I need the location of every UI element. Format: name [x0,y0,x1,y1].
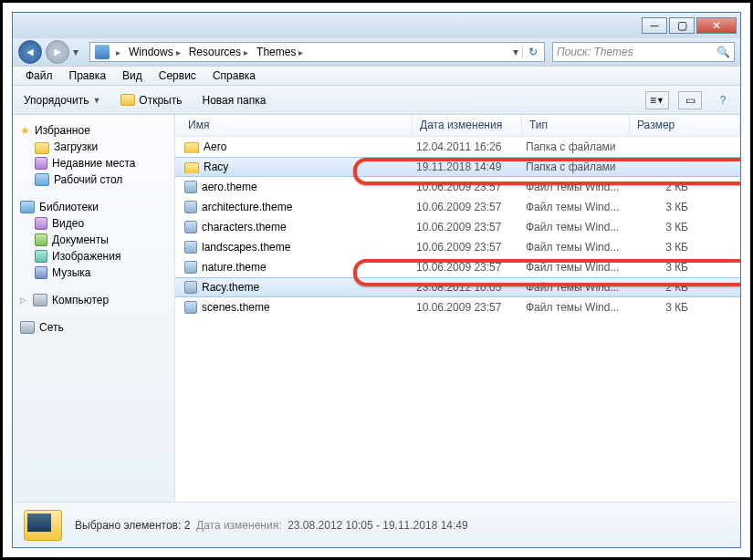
file-date: 12.04.2011 16:26 [416,140,526,153]
recent-icon [35,157,47,170]
folder-icon [184,162,199,174]
video-icon [35,217,47,230]
file-type: Файл темы Wind... [526,201,633,213]
menu-view[interactable]: Вид [115,67,150,84]
back-button[interactable]: ◄ [18,40,42,64]
open-button[interactable]: Открыть [115,91,187,109]
sidebar-libraries[interactable]: Библиотеки [16,199,171,215]
new-folder-button[interactable]: Новая папка [196,91,271,109]
file-row[interactable]: Aero12.04.2011 16:26Папка с файлами [175,137,740,157]
search-icon: 🔍 [716,46,730,58]
menu-help[interactable]: Справка [205,67,263,84]
minimize-button[interactable]: ─ [642,17,667,34]
crumb-themes[interactable]: Themes▸ [254,46,309,58]
file-row[interactable]: scenes.theme10.06.2009 23:57Файл темы Wi… [175,297,740,317]
sidebar-network[interactable]: Сеть [16,319,171,336]
file-date: 23.08.2012 10:05 [416,281,526,294]
file-date: 10.06.2009 23:57 [416,261,526,274]
menu-file[interactable]: Файл [18,67,60,84]
file-name: nature.theme [202,261,267,274]
file-type: Файл темы Wind... [526,181,633,193]
sidebar-downloads[interactable]: Загрузки [16,139,171,155]
crumb-root[interactable]: ▸ [92,45,126,59]
file-date: 10.06.2009 23:57 [416,241,526,254]
sidebar: ★Избранное Загрузки Недавние места Рабоч… [13,115,175,502]
file-date: 19.11.2018 14:49 [416,161,526,173]
libraries-icon [20,201,35,213]
address-dropdown[interactable]: ▾ [509,46,522,58]
organize-button[interactable]: Упорядочить▼ [18,91,106,109]
documents-icon [35,233,47,246]
status-date-label: Дата изменения: [196,519,282,532]
view-mode-button[interactable]: ≡ ▼ [645,91,669,109]
file-row[interactable]: Racy19.11.2018 14:49Папка с файлами [175,157,740,177]
file-name: aero.theme [202,181,257,193]
theme-file-icon [184,221,197,233]
history-dropdown[interactable]: ▾ [73,46,86,58]
file-size: 3 КБ [633,201,688,213]
col-type[interactable]: Тип [522,115,630,136]
file-size: 2 КБ [633,281,688,294]
sidebar-desktop[interactable]: Рабочий стол [16,171,171,188]
forward-button[interactable]: ► [46,40,69,64]
theme-file-icon [184,241,197,254]
maximize-button[interactable]: ▢ [669,17,695,34]
folder-icon [35,142,49,154]
sidebar-music[interactable]: Музыка [16,264,171,281]
sidebar-recent[interactable]: Недавние места [16,155,171,171]
selection-thumbnail [24,510,62,541]
preview-pane-button[interactable]: ▭ [678,91,702,109]
file-row[interactable]: aero.theme10.06.2009 23:57Файл темы Wind… [175,177,740,197]
computer-icon [33,294,47,306]
network-icon [20,321,35,334]
refresh-button[interactable]: ↻ [522,46,542,58]
file-row[interactable]: nature.theme10.06.2009 23:57Файл темы Wi… [175,257,740,277]
explorer-window: ─ ▢ ✕ ◄ ► ▾ ▸ Windows▸ Resources▸ Themes… [12,12,741,548]
toolbar: Упорядочить▼ Открыть Новая папка ≡ ▼ ▭ ? [13,86,740,115]
sidebar-pictures[interactable]: Изображения [16,248,171,264]
file-name: scenes.theme [202,301,270,314]
desktop-icon [35,173,49,186]
pictures-icon [35,250,47,263]
file-list[interactable]: Aero12.04.2011 16:26Папка с файламиRacy1… [175,137,740,502]
col-name[interactable]: Имя [175,115,413,136]
help-button[interactable]: ? [711,91,735,109]
file-name: architecture.theme [202,201,292,213]
file-row[interactable]: landscapes.theme10.06.2009 23:57Файл тем… [175,237,740,257]
star-icon: ★ [20,124,30,137]
nav-row: ◄ ► ▾ ▸ Windows▸ Resources▸ Themes▸ ▾ ↻ … [13,38,740,66]
theme-file-icon [184,301,197,314]
file-row[interactable]: characters.theme10.06.2009 23:57Файл тем… [175,217,740,237]
file-list-panel: Имя Дата изменения Тип Размер Aero12.04.… [175,115,740,502]
theme-file-icon [184,181,197,193]
status-date-value: 23.08.2012 10:05 - 19.11.2018 14:49 [288,519,468,532]
menu-edit[interactable]: Правка [62,67,114,84]
file-name: characters.theme [202,221,287,233]
file-date: 10.06.2009 23:57 [416,221,526,233]
menu-tools[interactable]: Сервис [152,67,204,84]
file-size: 3 КБ [633,241,688,254]
sidebar-videos[interactable]: Видео [16,215,171,232]
file-size: 3 КБ [633,261,688,274]
crumb-resources[interactable]: Resources▸ [186,46,254,58]
close-button[interactable]: ✕ [696,17,737,34]
titlebar: ─ ▢ ✕ [13,13,740,38]
col-date[interactable]: Дата изменения [413,115,522,136]
address-bar[interactable]: ▸ Windows▸ Resources▸ Themes▸ ▾ ↻ [89,42,545,62]
file-type: Папка с файлами [526,161,633,173]
folder-icon [184,142,199,154]
crumb-windows[interactable]: Windows▸ [126,46,186,58]
file-row[interactable]: architecture.theme10.06.2009 23:57Файл т… [175,197,740,217]
file-size: 3 КБ [633,221,688,233]
file-type: Файл темы Wind... [526,301,633,314]
file-row[interactable]: Racy.theme23.08.2012 10:05Файл темы Wind… [175,277,740,297]
file-size: 3 КБ [633,301,688,314]
sidebar-favorites[interactable]: ★Избранное [16,122,171,139]
search-input[interactable]: Поиск: Themes 🔍 [552,42,735,62]
sidebar-computer[interactable]: ▷Компьютер [16,292,171,308]
computer-icon [95,45,110,59]
sidebar-documents[interactable]: Документы [16,232,171,248]
col-size[interactable]: Размер [630,115,740,136]
file-date: 10.06.2009 23:57 [416,181,526,193]
chevron-right-icon: ▷ [20,296,26,305]
